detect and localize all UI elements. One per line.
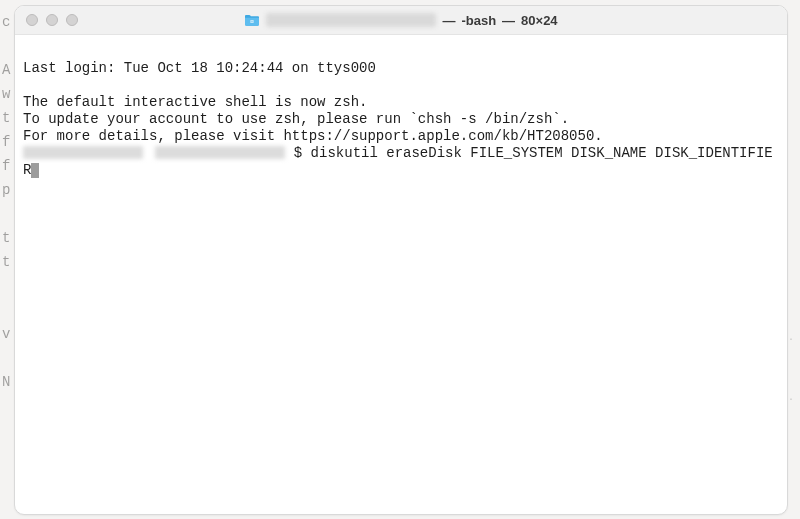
prompt-line: $ diskutil eraseDisk FILE_SYSTEM DISK_NA… — [23, 145, 773, 178]
svg-rect-0 — [251, 20, 254, 23]
prompt-user-redacted — [23, 146, 143, 159]
background-noise-left: c A w t f f p t t v N — [2, 10, 14, 490]
terminal-body[interactable]: Last login: Tue Oct 18 10:24:44 on ttys0… — [15, 35, 787, 514]
zsh-notice-2: To update your account to use zsh, pleas… — [23, 111, 569, 127]
background-noise-right: ·· — [788, 310, 798, 430]
cursor — [31, 163, 39, 178]
title-size: 80×24 — [521, 13, 558, 28]
zsh-notice-3: For more details, please visit https://s… — [23, 128, 603, 144]
traffic-lights — [15, 14, 78, 26]
zoom-icon[interactable] — [66, 14, 78, 26]
titlebar[interactable]: — -bash — 80×24 — [15, 6, 787, 35]
title-redacted — [266, 13, 436, 27]
prompt-host-redacted — [155, 146, 285, 159]
minimize-icon[interactable] — [46, 14, 58, 26]
window-title: — -bash — 80×24 — [15, 13, 787, 28]
zsh-notice-1: The default interactive shell is now zsh… — [23, 94, 367, 110]
prompt-separator: $ — [294, 145, 302, 161]
last-login-line: Last login: Tue Oct 18 10:24:44 on ttys0… — [23, 60, 376, 76]
close-icon[interactable] — [26, 14, 38, 26]
title-shell: -bash — [461, 13, 496, 28]
title-sep-2: — — [502, 13, 515, 28]
folder-icon — [244, 14, 260, 27]
terminal-window: — -bash — 80×24 Last login: Tue Oct 18 1… — [14, 5, 788, 515]
title-sep-1: — — [442, 13, 455, 28]
